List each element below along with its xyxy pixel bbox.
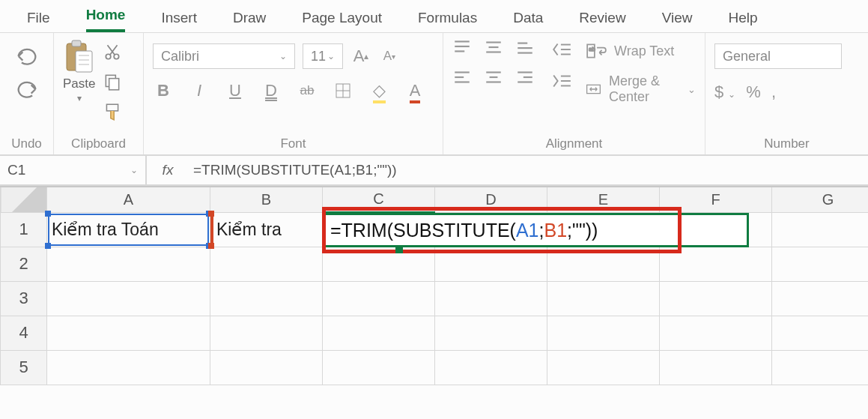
- align-middle-button[interactable]: [484, 39, 506, 61]
- cell-C3[interactable]: [323, 281, 435, 316]
- cut-button[interactable]: [103, 42, 122, 64]
- copy-button[interactable]: [103, 72, 122, 94]
- cell-B1[interactable]: Kiểm tra: [210, 212, 323, 247]
- fx-button[interactable]: fx: [147, 162, 189, 178]
- cell-B3[interactable]: [210, 281, 323, 316]
- bold-button[interactable]: B: [153, 79, 174, 102]
- cell-E3[interactable]: [547, 281, 660, 316]
- redo-button[interactable]: [14, 79, 40, 102]
- cell-E4[interactable]: [547, 316, 660, 350]
- cell-A1[interactable]: Kiểm tra Toán: [47, 212, 210, 247]
- group-label-number: Number: [714, 133, 859, 151]
- select-all-corner[interactable]: [1, 187, 47, 212]
- tab-data[interactable]: Data: [513, 10, 543, 32]
- tab-draw[interactable]: Draw: [233, 10, 266, 32]
- percent-button[interactable]: %: [746, 82, 761, 102]
- tab-page-layout[interactable]: Page Layout: [302, 10, 382, 32]
- cell-B2[interactable]: [210, 247, 323, 281]
- cell-C4[interactable]: [323, 316, 435, 350]
- cell-A2[interactable]: [47, 247, 210, 281]
- row-header-1[interactable]: 1: [1, 212, 47, 247]
- col-header-A[interactable]: A: [47, 187, 210, 212]
- tab-help[interactable]: Help: [728, 10, 757, 32]
- tab-view[interactable]: View: [662, 10, 693, 32]
- comma-button[interactable]: ,: [771, 82, 776, 102]
- merge-center-button[interactable]: Merge & Center ⌄: [586, 73, 696, 105]
- row-header-2[interactable]: 2: [1, 247, 47, 281]
- cell-A5[interactable]: [47, 350, 210, 385]
- chevron-down-icon[interactable]: ▾: [77, 93, 82, 103]
- cell-G1[interactable]: [772, 212, 869, 247]
- cell-G5[interactable]: [772, 350, 869, 385]
- active-cell-ref: C1: [7, 162, 25, 178]
- formula-text: =TRIM(SUBSTITUTE(: [330, 220, 516, 241]
- col-header-B[interactable]: B: [210, 187, 323, 212]
- italic-button[interactable]: I: [189, 79, 210, 102]
- cell-A4[interactable]: [47, 316, 210, 350]
- cell-B4[interactable]: [210, 316, 323, 350]
- cell-G4[interactable]: [772, 316, 869, 350]
- format-painter-button[interactable]: [103, 102, 122, 124]
- merge-center-label: Merge & Center: [609, 73, 680, 105]
- col-header-C[interactable]: C: [323, 187, 435, 212]
- font-size-value: 11: [311, 49, 326, 64]
- tab-formulas[interactable]: Formulas: [418, 10, 477, 32]
- align-right-button[interactable]: [515, 69, 538, 91]
- cell-E5[interactable]: [547, 350, 660, 385]
- formula-input[interactable]: =TRIM(SUBSTITUTE(A1;B1;"")): [189, 162, 868, 178]
- cell-D4[interactable]: [435, 316, 547, 350]
- col-header-F[interactable]: F: [660, 187, 772, 212]
- cell-A3[interactable]: [47, 281, 210, 316]
- decrease-font-button[interactable]: A▾: [379, 45, 400, 67]
- cell-D5[interactable]: [435, 350, 547, 385]
- fill-handle[interactable]: [395, 246, 403, 253]
- row-header-5[interactable]: 5: [1, 350, 47, 385]
- align-bottom-button[interactable]: [515, 39, 538, 61]
- cell-E2[interactable]: [547, 247, 660, 281]
- number-format-select[interactable]: General: [714, 43, 842, 69]
- col-header-G[interactable]: G: [772, 187, 869, 212]
- align-center-button[interactable]: [484, 69, 506, 91]
- col-header-D[interactable]: D: [435, 187, 547, 212]
- currency-button[interactable]: $ ⌄: [714, 82, 735, 102]
- cell-B5[interactable]: [210, 350, 323, 385]
- cell-D3[interactable]: [435, 281, 547, 316]
- tab-review[interactable]: Review: [579, 10, 625, 32]
- font-size-select[interactable]: 11 ⌄: [303, 43, 343, 69]
- cell-editor-overlay[interactable]: =TRIM(SUBSTITUTE(A1;B1;"")): [322, 213, 749, 247]
- font-name-select[interactable]: Calibri ⌄: [153, 43, 295, 69]
- undo-button[interactable]: [14, 46, 40, 69]
- spreadsheet-grid[interactable]: A B C D E F G 1 Kiểm tra Toán Kiểm tra: [0, 186, 868, 385]
- increase-indent-button[interactable]: [551, 72, 572, 93]
- cell-C2[interactable]: [323, 247, 435, 281]
- row-header-4[interactable]: 4: [1, 316, 47, 350]
- cell-D2[interactable]: [435, 247, 547, 281]
- cell-G3[interactable]: [772, 281, 869, 316]
- name-box[interactable]: C1 ⌄: [0, 156, 147, 184]
- decrease-indent-button[interactable]: [551, 40, 572, 61]
- font-color-button[interactable]: A: [404, 79, 425, 102]
- cell-F3[interactable]: [660, 281, 772, 316]
- tab-file[interactable]: File: [27, 10, 50, 32]
- double-underline-button[interactable]: D: [261, 79, 282, 102]
- cell-C5[interactable]: [323, 350, 435, 385]
- cell-F4[interactable]: [660, 316, 772, 350]
- fill-color-button[interactable]: ◇: [368, 79, 389, 102]
- paste-button[interactable]: Paste ▾: [63, 39, 95, 103]
- cell-F5[interactable]: [660, 350, 772, 385]
- increase-font-button[interactable]: A▴: [350, 45, 371, 67]
- borders-button[interactable]: [333, 79, 353, 102]
- col-header-E[interactable]: E: [547, 187, 660, 212]
- underline-button[interactable]: U: [225, 79, 246, 102]
- tab-home[interactable]: Home: [86, 7, 126, 32]
- wrap-text-button[interactable]: ab Wrap Text: [586, 42, 696, 60]
- group-label-alignment: Alignment: [452, 133, 696, 151]
- cell-G2[interactable]: [772, 247, 869, 281]
- svg-text:ab: ab: [589, 46, 595, 52]
- tab-insert[interactable]: Insert: [161, 10, 197, 32]
- align-top-button[interactable]: [452, 39, 475, 61]
- row-header-3[interactable]: 3: [1, 281, 47, 316]
- strikethrough-button[interactable]: ab: [297, 79, 318, 102]
- align-left-button[interactable]: [452, 69, 475, 91]
- cell-F2[interactable]: [660, 247, 772, 281]
